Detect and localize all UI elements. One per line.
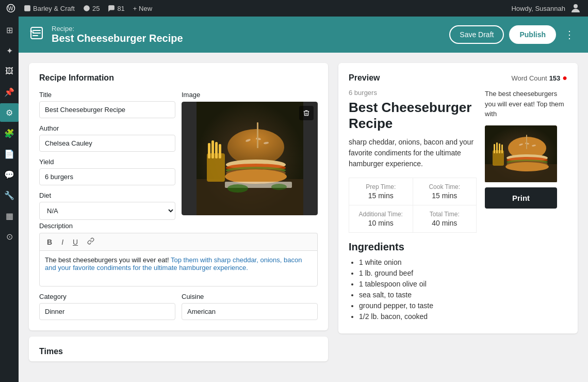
category-input[interactable] <box>39 303 175 320</box>
recipe-information-card: Recipe Information Title Author <box>29 63 328 330</box>
svg-rect-11 <box>215 142 218 158</box>
svg-rect-9 <box>208 143 210 158</box>
sidebar-icon-tools[interactable]: 🔧 <box>0 186 19 204</box>
sidebar-icon-settings[interactable]: ⚙ <box>0 103 19 122</box>
title-input[interactable] <box>39 101 175 118</box>
recipe-icon <box>29 25 44 44</box>
diet-field-group: Diet N/A <box>39 192 175 220</box>
save-draft-button[interactable]: Save Draft <box>449 25 504 44</box>
cook-time-cell: Cook Time: 15 mins <box>413 178 477 205</box>
description-editor[interactable]: The best cheeseburgers you will ever eat… <box>39 250 318 286</box>
svg-rect-29 <box>494 144 495 153</box>
print-button[interactable]: Print <box>485 187 557 209</box>
cuisine-field-group: Cuisine <box>182 293 318 320</box>
diet-label: Diet <box>39 192 175 199</box>
preview-header: Preview Word Count 153 ● <box>349 73 567 83</box>
sidebar-icon-comments[interactable]: 💬 <box>0 165 19 184</box>
preview-recipe-title: Best Cheeseburger Recipe <box>349 100 477 132</box>
preview-card: Preview Word Count 153 ● 6 burgers Best … <box>338 63 578 333</box>
sidebar-icon-pages[interactable]: 📄 <box>0 145 19 163</box>
admin-bar-right: Howdy, Susannah <box>511 2 582 14</box>
total-time-cell: Total Time: 40 mins <box>413 205 477 233</box>
preview-description: sharp cheddar, onions, bacon and your fa… <box>349 137 477 169</box>
bold-button[interactable]: B <box>45 236 54 247</box>
yield-label: Yield <box>39 158 175 166</box>
description-section: Description B I U <box>39 222 318 286</box>
publish-button[interactable]: Publish <box>509 25 556 44</box>
post-title: Best Cheeseburger Recipe <box>52 33 183 44</box>
ingredient-item: 1/2 lb. bacon, cooked <box>359 312 477 321</box>
prep-time-cell: Prep Time: 15 mins <box>349 178 413 205</box>
form-col-right: Image <box>182 91 318 215</box>
ingredients-section: Ingredients 1 white onion 1 lb. ground b… <box>349 241 477 321</box>
more-options-button[interactable]: ⋮ <box>561 28 578 41</box>
total-time-value: 40 mins <box>420 219 469 227</box>
preview-yield: 6 burgers <box>349 89 477 97</box>
ingredient-item: sea salt, to taste <box>359 291 477 299</box>
wp-sidebar: ⊞ ✦ 🖼 📌 ⚙ 🧩 📄 💬 🔧 ▦ ⊙ <box>0 17 19 382</box>
word-count: Word Count 153 ● <box>511 73 567 83</box>
category-label: Category <box>39 293 175 300</box>
yield-field-group: Yield <box>39 158 175 185</box>
svg-point-25 <box>271 184 287 190</box>
preview-content: 6 burgers Best Cheeseburger Recipe sharp… <box>349 89 567 323</box>
new-content-button[interactable]: + New <box>133 5 152 12</box>
site-name[interactable]: Barley & Craft <box>24 5 75 12</box>
sidebar-icon-posts[interactable]: ✦ <box>0 41 19 60</box>
author-label: Author <box>39 124 175 132</box>
svg-rect-30 <box>496 142 498 153</box>
ingredients-list: 1 white onion 1 lb. ground beef 1 tables… <box>349 258 477 321</box>
left-panel: Recipe Information Title Author <box>29 63 328 372</box>
preview-main: 6 burgers Best Cheeseburger Recipe sharp… <box>349 89 477 323</box>
ingredients-title: Ingredients <box>349 241 477 253</box>
svg-point-24 <box>227 184 248 193</box>
time-grid: Prep Time: 15 mins Cook Time: 15 mins Ad… <box>349 178 477 233</box>
author-field-group: Author <box>39 124 175 152</box>
preview-sidebar-right: The best cheeseburgers you will ever eat… <box>485 89 567 323</box>
yield-input[interactable] <box>39 168 175 185</box>
additional-time-label: Additional Time: <box>356 211 405 218</box>
delete-image-icon[interactable] <box>299 106 314 120</box>
ingredient-item: ground pepper, to taste <box>359 301 477 310</box>
additional-time-cell: Additional Time: 10 mins <box>349 205 413 233</box>
form-col-left: Title Author Yield <box>39 91 175 220</box>
italic-button[interactable]: I <box>59 236 66 247</box>
main-layout: Recipe Information Title Author <box>19 53 588 382</box>
post-header-text: Recipe: Best Cheeseburger Recipe <box>52 25 183 44</box>
title-field-group: Title <box>39 91 175 118</box>
ingredient-item: 1 white onion <box>359 258 477 266</box>
sidebar-icon-plugins[interactable]: 🧩 <box>0 124 19 142</box>
image-label: Image <box>182 91 318 99</box>
sidebar-icon-media[interactable]: 🖼 <box>0 62 19 81</box>
recipe-label: Recipe: <box>52 25 183 33</box>
wp-logo[interactable]: W <box>6 4 15 13</box>
comments-count[interactable]: 81 <box>108 5 124 12</box>
total-time-label: Total Time: <box>420 211 469 218</box>
times-card: Times <box>29 337 328 361</box>
app-body: ⊞ ✦ 🖼 📌 ⚙ 🧩 📄 💬 🔧 ▦ ⊙ Recipe: <box>19 17 588 382</box>
svg-point-4 <box>574 4 578 8</box>
svg-point-22 <box>225 169 287 184</box>
sidebar-icon-pin[interactable]: 📌 <box>0 83 19 101</box>
cuisine-input[interactable] <box>182 303 318 320</box>
recipe-form-grid: Title Author Yield <box>39 91 318 220</box>
image-area <box>182 102 318 215</box>
underline-button[interactable]: U <box>71 236 80 247</box>
category-field-group: Category <box>39 293 175 320</box>
updates-count[interactable]: 25 <box>83 5 100 12</box>
editor-toolbar: B I U <box>39 233 318 250</box>
preview-burger-thumbnail <box>485 125 557 182</box>
right-panel: Preview Word Count 153 ● 6 burgers Best … <box>338 63 578 372</box>
cook-time-label: Cook Time: <box>420 183 469 190</box>
link-button[interactable] <box>85 236 96 247</box>
svg-rect-32 <box>501 145 503 153</box>
sidebar-icon-dashboard[interactable]: ⊞ <box>0 21 19 39</box>
howdy-text: Howdy, Susannah <box>511 5 565 12</box>
diet-select[interactable]: N/A <box>39 202 175 220</box>
sidebar-icon-blocks[interactable]: ▦ <box>0 206 19 225</box>
author-input[interactable] <box>39 135 175 152</box>
svg-text:W: W <box>8 5 13 11</box>
title-label: Title <box>39 91 175 99</box>
times-title: Times <box>39 347 318 356</box>
sidebar-icon-expand[interactable]: ⊙ <box>0 227 19 246</box>
